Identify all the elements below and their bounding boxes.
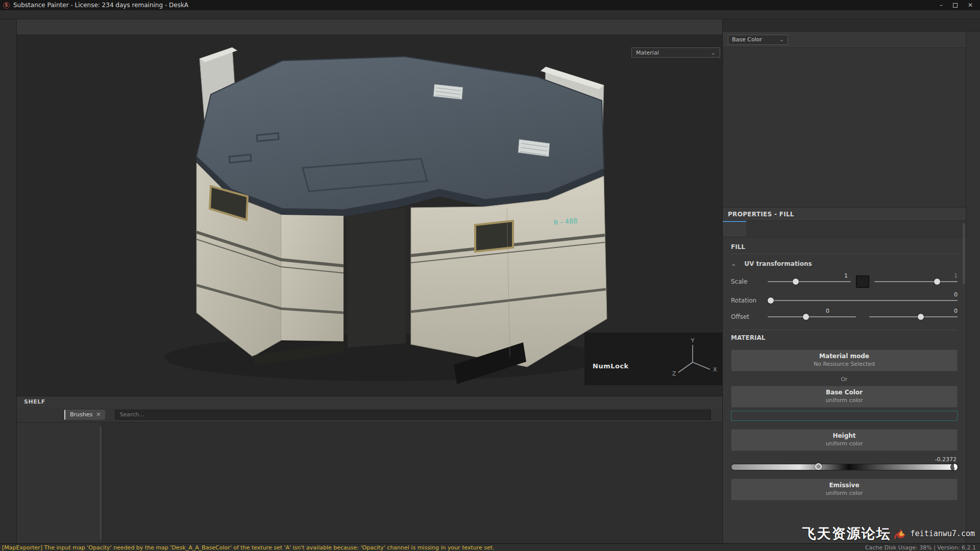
- emissive-subtitle: uniform color: [731, 490, 957, 496]
- height-subtitle: uniform color: [731, 440, 957, 447]
- axis-gizmo: Y X Z: [668, 336, 717, 385]
- chevron-down-icon: ⌄: [711, 49, 716, 56]
- base-color-subtitle: uniform color: [731, 397, 957, 404]
- scale-slider-2[interactable]: 1: [874, 281, 958, 282]
- height-slider-end-knob[interactable]: [950, 463, 958, 471]
- offset-value-1: 0: [826, 308, 829, 314]
- height-slider-handle[interactable]: [815, 463, 822, 470]
- fill-section-heading: FILL: [731, 243, 958, 251]
- channel-select[interactable]: Base Color ⌄: [728, 35, 788, 45]
- rotation-label: Rotation: [731, 297, 768, 304]
- refresh-icon[interactable]: [44, 409, 57, 420]
- material-section-heading: MATERIAL: [731, 334, 958, 341]
- height-title: Height: [731, 432, 957, 439]
- uv-transformations-heading[interactable]: ⌄ UV transformations: [731, 260, 958, 267]
- scale-label: Scale: [731, 278, 768, 285]
- layers-toolbar: Base Color ⌄: [723, 32, 966, 48]
- filter-chip-label: Brushes: [70, 411, 92, 418]
- material-mode-subtitle: No Resource Selected: [731, 361, 957, 367]
- height-value: -0.2372: [732, 456, 957, 463]
- menu-bar: [0, 10, 980, 19]
- panel-tab-bar: [723, 19, 980, 32]
- emissive-button[interactable]: Emissive uniform color: [731, 479, 958, 500]
- tab-material-sphere[interactable]: [746, 221, 770, 237]
- shelf-categories: [17, 422, 103, 543]
- viewport-material-dropdown[interactable]: Material ⌄: [631, 47, 720, 58]
- categories-scrollbar[interactable]: [100, 427, 102, 539]
- properties-panel: PROPERTIES - FILL FILL ⌄ UV transformati…: [723, 207, 966, 543]
- channel-select-value: Base Color: [732, 36, 762, 43]
- close-button[interactable]: ✕: [968, 2, 973, 8]
- base-color-swatch[interactable]: [731, 411, 958, 421]
- scale-value-2: 1: [954, 272, 958, 279]
- panel-side-strip: [966, 32, 980, 543]
- scale-row: Scale 1 1: [731, 276, 958, 288]
- or-label: Or: [723, 376, 966, 383]
- substance-painter-window: S Substance Painter - License: 234 days …: [0, 0, 980, 551]
- minimize-button[interactable]: –: [940, 2, 943, 8]
- rotation-slider[interactable]: 0: [768, 300, 958, 301]
- offset-label: Offset: [731, 313, 768, 320]
- shelf-title: SHELF: [24, 398, 45, 405]
- filter-chip-brushes[interactable]: Brushes ✕: [64, 410, 105, 420]
- maximize-button[interactable]: [953, 3, 958, 8]
- status-right-info: Cache Disk Usage: 38% | Version: 6.2.1: [865, 544, 980, 551]
- main-toolbar: [17, 19, 722, 35]
- chevron-down-icon: ⌄: [779, 36, 784, 43]
- right-panel: Base Color ⌄ PROPERTIES - FILL: [722, 19, 980, 543]
- height-gradient-slider[interactable]: [731, 464, 958, 470]
- svg-text:Y: Y: [691, 337, 695, 344]
- lock-icon[interactable]: [856, 276, 869, 288]
- rotation-row: Rotation 0: [731, 297, 958, 304]
- tab-fill-properties[interactable]: [723, 221, 746, 237]
- numlock-overlay: NumLock Y X Z: [584, 333, 722, 385]
- status-bar: [MapExporter] The input map 'Opacity' ne…: [0, 543, 980, 551]
- base-color-title: Base Color: [731, 389, 957, 396]
- material-mode-button[interactable]: Material mode No Resource Selected: [731, 349, 958, 371]
- viewport-3d[interactable]: R - 488 Material ⌄ NumLock Y X Z: [17, 35, 722, 396]
- shelf-toolbar: Brushes ✕: [17, 407, 722, 422]
- scale-value-1: 1: [844, 272, 848, 279]
- emissive-title: Emissive: [731, 482, 957, 489]
- shelf-panel: SHELF Brushes ✕: [17, 396, 722, 543]
- base-color-button[interactable]: Base Color uniform color: [731, 386, 958, 408]
- viewport-material-value: Material: [636, 49, 659, 56]
- status-warning-message: [MapExporter] The input map 'Opacity' ne…: [0, 544, 495, 551]
- scale-slider-1[interactable]: 1: [768, 281, 851, 282]
- chip-close-icon[interactable]: ✕: [96, 411, 101, 418]
- offset-slider-1[interactable]: 0: [768, 316, 856, 317]
- filter-funnel-icon[interactable]: [28, 409, 40, 420]
- app-logo-icon: S: [3, 2, 10, 9]
- numlock-label: NumLock: [593, 362, 629, 370]
- search-input[interactable]: [115, 410, 711, 420]
- window-title: Substance Painter - License: 234 days re…: [13, 2, 188, 9]
- material-mode-title: Material mode: [731, 353, 957, 360]
- height-button[interactable]: Height uniform color: [731, 429, 958, 451]
- tools-sidebar: [0, 19, 17, 543]
- svg-text:X: X: [713, 366, 717, 373]
- svg-text:Z: Z: [672, 370, 676, 377]
- brush-grid-area: [103, 422, 722, 543]
- properties-scrollbar[interactable]: [963, 223, 965, 284]
- offset-row: Offset 0 0: [731, 313, 958, 320]
- title-bar: S Substance Painter - License: 234 days …: [0, 0, 980, 10]
- offset-value-2: 0: [954, 308, 958, 314]
- properties-title: PROPERTIES - FILL: [728, 211, 794, 218]
- offset-slider-2[interactable]: 0: [869, 316, 958, 317]
- rotation-value: 0: [954, 291, 958, 298]
